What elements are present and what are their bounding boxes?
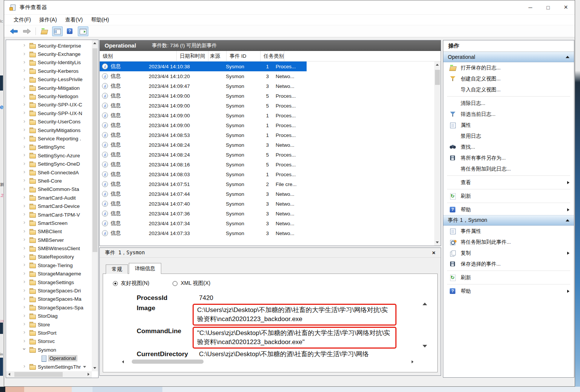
action-item[interactable]: 导入自定义视图... (443, 84, 574, 95)
scroll-right-icon[interactable] (88, 373, 89, 376)
back-button[interactable] (9, 26, 19, 36)
event-row[interactable]: 信息 2023/4/4 14:08:03 Sysmon 1 Proces... (100, 169, 307, 179)
action-item[interactable]: 事件属性 (443, 226, 574, 237)
action-item[interactable]: 帮助 (443, 204, 574, 215)
chevron-icon[interactable] (23, 152, 28, 157)
tree-item[interactable]: StorageSpaces-Dri (6, 286, 92, 295)
scroll-left-icon[interactable] (8, 373, 10, 376)
chevron-icon[interactable] (23, 347, 28, 351)
event-row[interactable]: 信息 2023/4/4 14:09:47 Sysmon 3 Netwo... (100, 81, 307, 91)
view-radio-option[interactable]: XML 视图(X) (173, 280, 210, 287)
action-item[interactable]: 筛选当前日志... (443, 109, 574, 120)
tree-item[interactable]: SMBServer (6, 236, 92, 244)
scroll-down-icon[interactable] (436, 241, 439, 243)
scrollbar-thumb[interactable] (132, 360, 204, 364)
event-row[interactable]: 信息 2023/4/4 14:07:36 Sysmon 3 Netwo... (100, 209, 307, 218)
tree-item[interactable]: Operational (6, 354, 92, 362)
scroll-up-icon[interactable] (93, 42, 96, 44)
action-item[interactable]: 将所有事件另存为... (443, 152, 574, 163)
tree-item[interactable]: StorPort (6, 329, 92, 337)
maximize-button[interactable]: □ (539, 0, 557, 14)
tree-item[interactable]: SmartCard-Device (6, 202, 92, 210)
chevron-icon[interactable] (23, 68, 28, 72)
tree-item[interactable]: StorageSpaces-Spa (6, 303, 92, 312)
view-radio-option[interactable]: 友好视图(N) (113, 280, 149, 287)
tree-item[interactable]: Security-SPP-UX-N (6, 109, 92, 117)
chevron-icon[interactable] (23, 51, 28, 56)
action-item[interactable]: 禁用日志 (443, 131, 574, 141)
tree-item[interactable]: ShellCommon-Sta (6, 185, 92, 194)
chevron-icon[interactable] (23, 364, 28, 368)
event-row[interactable]: 信息 2023/4/4 14:09:00 Sysmon 5 Proces... (100, 101, 307, 111)
minimize-button[interactable]: ─ (521, 0, 539, 14)
chevron-icon[interactable] (23, 220, 28, 224)
tree-item[interactable]: Security-LessPrivile (6, 75, 92, 84)
collapse-icon[interactable] (566, 56, 569, 58)
event-row[interactable]: 信息 2023/4/4 14:07:40 Sysmon 3 Netwo... (100, 199, 307, 209)
event-row[interactable]: 信息 2023/4/4 14:08:24 Sysmon 3 Netwo... (100, 140, 307, 150)
tree-item[interactable]: StateRepository (6, 253, 92, 261)
action-item[interactable]: 将任务附加到此日志... (443, 163, 574, 174)
menu-item[interactable]: 查看(V) (61, 17, 87, 23)
tree-item[interactable]: Storsvc (6, 337, 92, 346)
column-header[interactable]: 日期和时间 (177, 51, 208, 61)
action-item[interactable]: 查看 (443, 177, 574, 188)
chevron-icon[interactable] (23, 321, 28, 326)
tree-item[interactable]: Security-Enterprise (6, 42, 92, 50)
action-item[interactable]: 将任务附加到此事件... (443, 237, 574, 247)
action-section-header-event[interactable]: 事件 1，Sysmon (443, 215, 574, 226)
menu-item[interactable]: 帮助(H) (87, 17, 113, 23)
tree-item[interactable]: StorageSpaces-Ma (6, 295, 92, 303)
tree-item[interactable]: Security-UserCons (6, 118, 92, 126)
chevron-icon[interactable] (23, 229, 28, 233)
chevron-icon[interactable] (23, 94, 28, 98)
tree-vertical-scrollbar[interactable] (92, 40, 98, 371)
event-row[interactable]: 信息 2023/4/4 14:08:24 Sysmon 5 Proces... (100, 150, 307, 160)
chevron-icon[interactable] (23, 85, 28, 89)
tree-item[interactable]: StorageSettings (6, 278, 92, 286)
column-header[interactable]: 任务类别 (261, 51, 284, 61)
scroll-down-icon[interactable] (93, 367, 96, 369)
tree-item[interactable]: SettingSync (6, 143, 92, 151)
event-row[interactable]: 信息 2023/4/4 14:07:33 Sysmon 3 Netwo... (100, 228, 307, 238)
tree-item[interactable]: StorDiag (6, 312, 92, 320)
scroll-left-icon[interactable] (122, 360, 124, 363)
tree-item[interactable]: Security-Exchange (6, 50, 92, 58)
column-header[interactable]: 级别 (100, 51, 177, 61)
scroll-right-icon[interactable] (412, 360, 413, 363)
action-item[interactable]: 属性 (443, 120, 574, 131)
event-row[interactable]: 信息 2023/4/4 14:07:34 Sysmon 3 Netwo... (100, 218, 307, 228)
chevron-icon[interactable] (23, 110, 28, 115)
scrollbar-thumb[interactable] (435, 70, 440, 85)
event-row[interactable]: 信息 2023/4/4 14:08:16 Sysmon 5 Proces... (100, 160, 307, 169)
event-row[interactable]: 信息 2023/4/4 14:10:38 Sysmon 1 Proces... (100, 61, 307, 71)
tree-item[interactable]: SmartCard-Audit (6, 194, 92, 202)
action-section-header-operational[interactable]: Operational (443, 52, 574, 62)
action-item[interactable]: 复制 (443, 247, 574, 258)
tree-item[interactable]: SMBWitnessClient (6, 244, 92, 252)
tree-item[interactable]: Shell-ConnectedA (6, 168, 92, 177)
chevron-icon[interactable] (23, 60, 28, 64)
scroll-up-icon[interactable] (436, 64, 439, 66)
menu-item[interactable]: 操作(A) (35, 17, 61, 23)
chevron-icon[interactable] (23, 77, 28, 81)
action-item[interactable]: 帮助 (443, 286, 574, 297)
tree-item[interactable]: Shell-Core (6, 177, 92, 185)
chevron-icon[interactable] (23, 254, 28, 258)
scrollbar-thumb[interactable] (14, 372, 63, 377)
export-log-button[interactable] (39, 26, 50, 36)
tree-item[interactable]: Security-IdentityLis (6, 58, 92, 67)
chevron-icon[interactable] (23, 186, 28, 191)
chevron-icon[interactable] (23, 271, 28, 275)
chevron-icon[interactable] (23, 203, 28, 208)
tree-item[interactable]: Security-Netlogon (6, 92, 92, 100)
chevron-icon[interactable] (23, 178, 28, 182)
tree-item[interactable]: SMBClient (6, 228, 92, 236)
chevron-icon[interactable] (23, 262, 28, 267)
scrollbar-thumb[interactable] (93, 48, 97, 252)
action-item[interactable]: 保存选择的事件... (443, 258, 574, 269)
tree-horizontal-scrollbar[interactable] (6, 371, 92, 378)
tree-item[interactable]: SettingSync-Azure (6, 151, 92, 160)
chevron-icon[interactable] (23, 288, 28, 292)
chevron-icon[interactable] (23, 127, 28, 132)
